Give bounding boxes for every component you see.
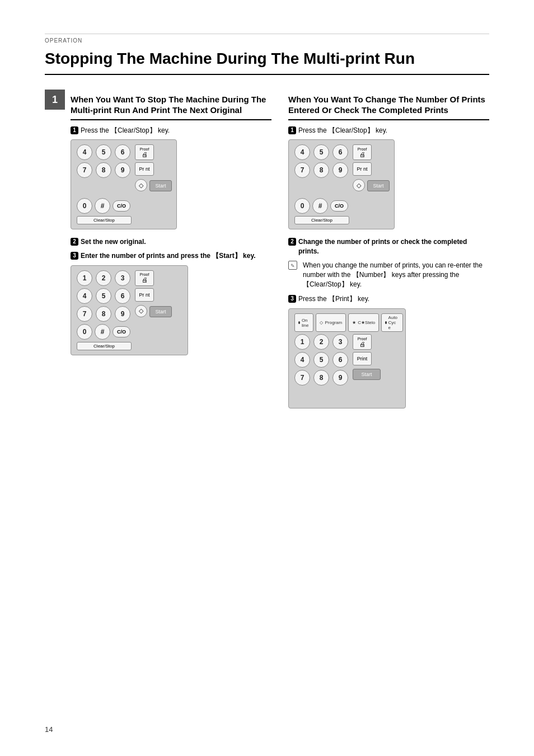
right-step-text-3: Press the 【Print】 key.: [298, 294, 369, 304]
kp-diamond-start-2: ◇ Start: [135, 305, 172, 317]
kp-keys-section-1: 4 5 6 7 8 9 0 # C/O: [77, 144, 132, 224]
right-kp-main-1: 4 5 6 7 8 9 0 # C/O: [294, 144, 388, 224]
key2-print: Pr nt: [135, 288, 154, 302]
rkey-hash: #: [312, 198, 328, 214]
right-step-num-2: 2: [288, 238, 296, 246]
rkey2-9: 9: [332, 370, 348, 386]
right-kp-bottom-2: [294, 388, 349, 403]
kp-numkeys-2: 1 2 3 4 5 6 7 8 9: [77, 270, 132, 322]
wide-top-row: On line ◇ Program ★ C★Stelo: [294, 313, 400, 332]
key-clearstop-label: Clear/Stop: [77, 216, 132, 224]
cstelo-label: C★Stelo: [358, 320, 375, 325]
key2-5: 5: [96, 288, 111, 304]
rkey-6: 6: [332, 144, 348, 160]
rkey2-5: 5: [313, 352, 329, 368]
key2-0: 0: [77, 324, 92, 340]
rkey-print: Pr nt: [353, 162, 372, 176]
keypad-image-2: 1 2 3 4 5 6 7 8 9: [71, 265, 188, 355]
kp-clearstop-1: Clear/Stop: [77, 216, 132, 224]
dot-autocyc: [385, 321, 386, 324]
step-num-1: 1: [71, 126, 78, 134]
content-area: When You Want To Stop The Machine During…: [71, 94, 489, 417]
right-step-num-1: 1: [288, 126, 296, 134]
key-diamond-1: ◇: [135, 179, 147, 191]
step-text-2: Set the new original.: [81, 237, 146, 247]
right-step-num-3: 3: [288, 295, 296, 303]
right-kp-diamond-start: ◇ Start: [353, 179, 390, 191]
key2-7: 7: [77, 306, 92, 322]
kp-side-1: Proof 🖨 Pr nt ◇ Start: [135, 144, 172, 224]
program-label: Program: [325, 320, 342, 325]
right-kp-clearstop-1: Clear/Stop: [294, 216, 349, 224]
top-rule: OPERATION: [45, 34, 489, 44]
right-kp-diamond-start-2: Start: [353, 369, 381, 380]
key2-start: Start: [149, 306, 172, 317]
key-print-1: Pr nt: [135, 162, 154, 176]
rkey-proof: Proof 🖨: [353, 144, 372, 160]
proof-icon: 🖨: [142, 151, 148, 158]
right-step-2: 2 Change the number of prints or check t…: [288, 237, 489, 256]
right-kp-numkeys-2: 1 2 3 4 5 6 7 8 9: [294, 334, 349, 386]
note-block: ✎ When you change the number of prints, …: [288, 261, 489, 289]
rkey-0: 0: [294, 198, 310, 214]
right-keypad-image-1: 4 5 6 7 8 9 0 # C/O: [288, 139, 395, 229]
rkey2-8: 8: [313, 370, 329, 386]
key-0: 0: [77, 198, 92, 214]
kp-main-2: 1 2 3 4 5 6 7 8 9: [77, 270, 182, 350]
key2-3: 3: [115, 270, 130, 286]
rkey2-1: 1: [294, 334, 310, 350]
rkey2-2: 2: [313, 334, 329, 350]
section-label: OPERATION: [45, 37, 489, 44]
key2-proof: Proof 🖨: [135, 270, 154, 286]
rkey-diamond: ◇: [353, 179, 365, 191]
btn-online: On line: [294, 313, 313, 332]
key-start-1: Start: [149, 180, 172, 191]
kp-keys-section-2: 1 2 3 4 5 6 7 8 9: [77, 270, 132, 350]
right-kp-keys-2: 1 2 3 4 5 6 7 8 9: [294, 334, 349, 403]
rkey-5: 5: [313, 144, 329, 160]
key2-hash: #: [95, 324, 110, 340]
rkey-7: 7: [294, 162, 310, 178]
right-step-text-1: Press the 【Clear/Stop】 key.: [298, 126, 387, 135]
right-column: When You Want To Change The Number Of Pr…: [288, 94, 489, 417]
right-step-3: 3 Press the 【Print】 key.: [288, 294, 489, 304]
key2-clearstop-label: Clear/Stop: [77, 342, 132, 350]
key-4: 4: [77, 144, 92, 160]
rkey2-proof: Proof 🖨: [353, 334, 372, 350]
online-label: On line: [302, 318, 310, 328]
right-kp-side-1: Proof 🖨 Pr nt ◇ Start: [353, 144, 390, 224]
cstelo-icon: ★: [352, 320, 356, 325]
kp-main-1: 4 5 6 7 8 9 0 # C/O: [77, 144, 171, 224]
key-5: 5: [96, 144, 111, 160]
kp-clearstop-2: Clear/Stop: [77, 342, 132, 350]
key-6: 6: [115, 144, 130, 160]
key-9: 9: [115, 162, 130, 178]
rkey2-print: Print: [353, 352, 372, 365]
rkey2-start: Start: [353, 369, 381, 380]
btn-autocyc: Auto Cyc e: [381, 313, 402, 332]
right-section-title: When You Want To Change The Number Of Pr…: [288, 94, 489, 120]
keypad-image-1: 4 5 6 7 8 9 0 # C/O: [71, 139, 177, 229]
key2-co: C/O: [113, 326, 130, 337]
step-num-3: 3: [71, 252, 78, 260]
btn-cstelo: ★ C★Stelo: [348, 313, 379, 332]
rkey-clearstop-label: Clear/Stop: [294, 216, 349, 224]
rkey-8: 8: [313, 162, 329, 178]
page-title: Stopping The Machine During The Multi-pr…: [45, 49, 489, 75]
kp-numkeys-1: 4 5 6 7 8 9: [77, 144, 132, 196]
right-kp-keys-1: 4 5 6 7 8 9 0 # C/O: [294, 144, 349, 224]
proof-label: Proof: [140, 147, 149, 151]
btn-program: ◇ Program: [316, 313, 346, 332]
page-number: 14: [45, 725, 53, 734]
left-step-1: 1 Press the 【Clear/Stop】 key.: [71, 126, 271, 135]
key2-1: 1: [77, 270, 92, 286]
right-step-text-2: Change the number of prints or check the…: [298, 237, 489, 256]
rkey2-3: 3: [332, 334, 348, 350]
key2-2: 2: [96, 270, 111, 286]
rproof2-icon: 🖨: [359, 341, 366, 348]
kp-side-2: Proof 🖨 Pr nt ◇ Start: [135, 270, 172, 350]
kp-bottom-2: 0 # C/O: [77, 324, 132, 340]
step-num-2: 2: [71, 238, 78, 246]
key2-8: 8: [96, 306, 111, 322]
step-text-1: Press the 【Clear/Stop】 key.: [81, 126, 170, 135]
